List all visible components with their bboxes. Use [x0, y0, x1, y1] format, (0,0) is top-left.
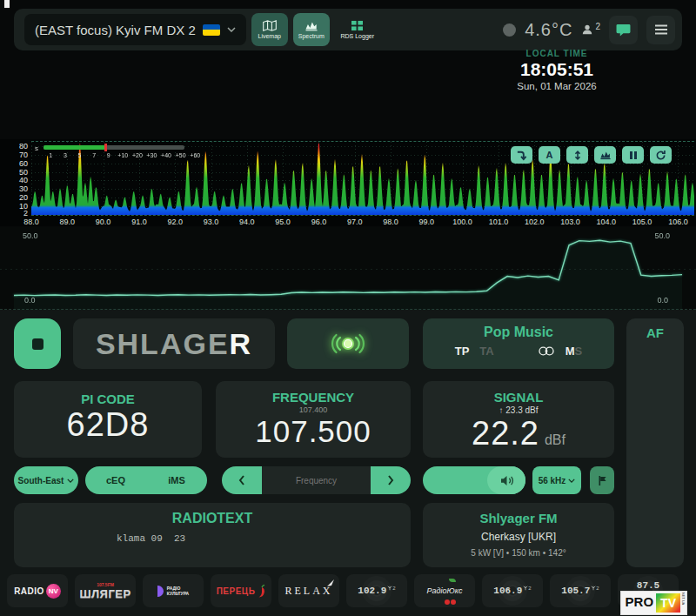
- slider-tick: 3: [58, 152, 73, 158]
- frequency-input[interactable]: [262, 476, 371, 485]
- preset-radio-relax[interactable]: RELAX: [278, 574, 339, 607]
- slider-tick: +60: [188, 152, 203, 158]
- spectrum-y-tick: 50: [2, 168, 28, 177]
- antenna-select[interactable]: South-East: [14, 466, 78, 494]
- radiotext-header: RADIOTEXT: [14, 511, 411, 526]
- slider-tick: +40: [159, 152, 174, 158]
- mute-button[interactable]: [487, 466, 525, 494]
- auto-mode-button[interactable]: A: [539, 146, 560, 164]
- bandwidth-label: 56 kHz: [539, 476, 566, 485]
- slider-fill: [44, 145, 106, 150]
- stop-icon: [32, 338, 44, 350]
- vertical-scale-button[interactable]: [566, 146, 588, 164]
- menu-button[interactable]: [646, 16, 675, 44]
- arrow-turn-down-icon: [516, 150, 527, 161]
- spectrum-x-tick: 103.0: [560, 218, 580, 226]
- relax-label: RELAX: [285, 585, 333, 598]
- spectrum-y-tick: 30: [2, 184, 28, 193]
- chat-button[interactable]: [609, 16, 638, 44]
- spectrum-slider: s 13579+10+20+30+40+50+60: [35, 144, 252, 166]
- slider-track[interactable]: [44, 145, 184, 150]
- chevron-left-icon: [238, 475, 245, 485]
- frequency-up-button[interactable]: [371, 466, 411, 494]
- volume-slider[interactable]: [423, 466, 525, 494]
- cherries-icon: [445, 599, 456, 605]
- spectrum-y-tick: 2: [2, 209, 28, 218]
- pepper-icon: [257, 584, 265, 598]
- report-flag-button[interactable]: [590, 466, 614, 494]
- spectrum-y-tick: 70: [2, 151, 28, 159]
- spectrum-x-tick: 102.0: [525, 218, 545, 226]
- slider-knob[interactable]: [104, 144, 107, 151]
- chat-icon: [616, 23, 631, 37]
- spectrum-chart-icon: [304, 20, 319, 31]
- preset-106-9[interactable]: 106.9 2: [482, 574, 543, 607]
- arrow-up-down-icon: [572, 150, 583, 161]
- spectrum-y-tick: 60: [2, 159, 28, 168]
- area-chart-icon: [599, 150, 612, 160]
- slider-tick: 9: [101, 152, 116, 158]
- ceq-button[interactable]: cEQ: [85, 475, 146, 485]
- signal-history-graph: 50.0 50.0 0.0 0.0: [0, 227, 696, 310]
- screen-artifact: [4, 0, 10, 8]
- nv-badge: NV: [46, 584, 61, 599]
- slider-tick: 5: [72, 152, 87, 158]
- station-location: Cherkasy [UKR]: [423, 531, 614, 543]
- local-clock: LOCAL TIME 18:05:51 Sun, 01 Mar 2026: [492, 49, 622, 91]
- spectrum-x-tick: 97.0: [347, 218, 363, 226]
- spectrum-x-tick: 104.0: [597, 218, 617, 226]
- preset-perets-fm[interactable]: ПЕРЕЦЬ: [211, 574, 271, 607]
- sgraph-max-right: 50.0: [654, 231, 670, 240]
- chevron-down-icon: [227, 27, 236, 32]
- pause-button[interactable]: [622, 146, 644, 164]
- cherry-leaf-icon: [449, 579, 456, 582]
- livemap-button[interactable]: Livemap: [251, 13, 288, 46]
- refresh-button[interactable]: [650, 146, 672, 164]
- stereo-icon: [538, 346, 555, 356]
- frequency-down-button[interactable]: [222, 466, 262, 494]
- spectrum-x-tick: 98.0: [383, 218, 398, 226]
- spectrum-x-tick: 96.0: [311, 218, 327, 226]
- signal-canvas: [0, 227, 696, 310]
- ms-flag: MS: [566, 345, 583, 358]
- ims-button[interactable]: iMS: [146, 475, 207, 485]
- station-info-panel: Shlyager FM Cherkasy [UKR] 5 kW [V] • 15…: [423, 503, 614, 567]
- radiotext-value: klama 09 23: [117, 533, 411, 544]
- spectrum-button[interactable]: Spectrum: [293, 13, 330, 46]
- preset-shlyager[interactable]: 107.5FM ШЛЯГЕР: [75, 574, 136, 607]
- perets-label: ПЕРЕЦЬ: [217, 586, 256, 596]
- slider-tick: +30: [144, 152, 159, 158]
- flag-icon: [598, 475, 607, 486]
- slider-tick: 1: [44, 152, 58, 158]
- audio-play-button[interactable]: [14, 318, 61, 369]
- spectrum-label: Spectrum: [298, 33, 325, 39]
- autoscale-button[interactable]: [511, 146, 532, 164]
- station-details: 5 kW [V] • 150 km • 142°: [423, 548, 614, 558]
- frequency-input-wrap: [262, 466, 371, 494]
- rds-logger-button[interactable]: RDS Logger: [335, 13, 380, 46]
- frequency-stepper: [222, 466, 411, 494]
- antenna-label: South-East: [18, 476, 64, 485]
- spectrum-x-tick: 88.0: [23, 218, 39, 226]
- signal-panel: SIGNAL ↑ 23.3 dBf 22.2 dBf: [423, 381, 614, 458]
- preset-105-7[interactable]: 105.7 2: [550, 574, 611, 607]
- server-select[interactable]: (EAST focus) Kyiv FM DX 2: [24, 14, 246, 45]
- preset-radio-yuks[interactable]: РадіоЮкс: [414, 574, 475, 607]
- frequency-panel: FREQUENCY 107.400 107.500: [216, 381, 411, 458]
- graph-style-button[interactable]: [594, 146, 616, 164]
- tx-count-badge: 2: [387, 586, 395, 591]
- moon-phase-icon: [503, 23, 516, 37]
- pty-label: Pop Music: [423, 325, 614, 340]
- listener-count: 2: [595, 22, 600, 31]
- spectrum-x-tick: 90.0: [96, 218, 111, 226]
- station-name: Shlyager FM: [423, 511, 614, 526]
- bandwidth-select[interactable]: 56 kHz: [532, 466, 581, 494]
- spectrum-y-tick: 20: [2, 193, 28, 202]
- preset-radio-kultura[interactable]: РАДІОКУЛЬТУРА: [143, 574, 204, 607]
- preset-102-9[interactable]: 102.9 2: [346, 574, 407, 607]
- stereo-indicator-panel[interactable]: [287, 318, 409, 369]
- protv-watermark: PRO TV NET.UA: [620, 591, 687, 615]
- spectrum-x-tick: 106.0: [668, 218, 688, 226]
- slider-tick: 7: [87, 152, 102, 158]
- preset-radio-nv[interactable]: RADIO NV: [7, 574, 68, 607]
